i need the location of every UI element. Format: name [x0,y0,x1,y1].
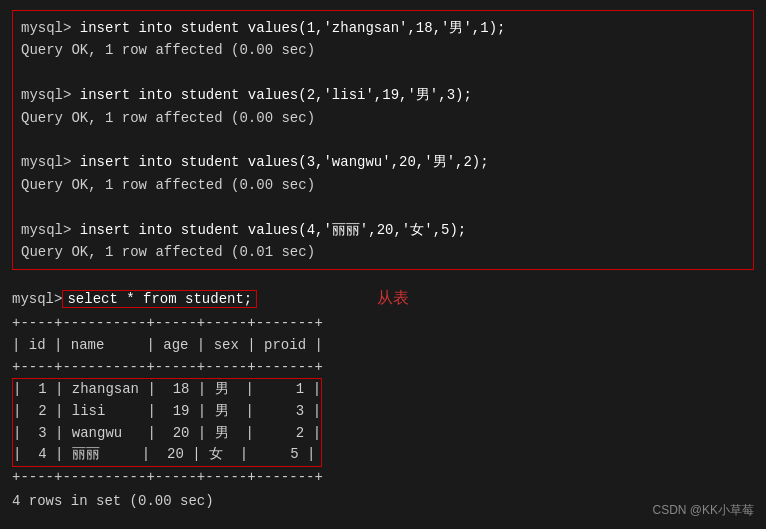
result-1: Query OK, 1 row affected (0.00 sec) [21,39,745,61]
table-row-2: | 2 | lisi | 19 | 男 | 3 | [13,401,321,423]
watermark: CSDN @KK小草莓 [652,502,754,519]
prompt-1: mysql> [21,20,80,36]
terminal: mysql> insert into student values(1,'zha… [0,0,766,529]
result-3: Query OK, 1 row affected (0.00 sec) [21,174,745,196]
cmd-4: insert into student values(4,'丽丽',20,'女'… [80,222,466,238]
table-data-block: | 1 | zhangsan | 18 | 男 | 1 | | 2 | lisi… [12,378,322,467]
prompt-2: mysql> [21,87,80,103]
insert-line-4: mysql> insert into student values(4,'丽丽'… [21,219,745,241]
cmd-1: insert into student values(1,'zhangsan',… [80,20,506,36]
prompt-4: mysql> [21,222,80,238]
select-cmd: select * from student; [62,290,257,308]
select-line: mysql> select * from student; 从表 [12,288,754,309]
table-border-bot: +----+----------+-----+-----+-------+ [12,467,754,489]
table-row-3: | 3 | wangwu | 20 | 男 | 2 | [13,423,321,445]
congtable-label: 从表 [377,288,409,309]
table-row-4: | 4 | 丽丽 | 20 | 女 | 5 | [13,444,321,466]
spacer-1 [21,62,745,84]
cmd-2: insert into student values(2,'lisi',19,'… [80,87,472,103]
result-4: Query OK, 1 row affected (0.01 sec) [21,241,745,263]
footer-line: 4 rows in set (0.00 sec) [12,493,754,509]
insert-line-3: mysql> insert into student values(3,'wan… [21,151,745,173]
spacer-2 [21,129,745,151]
insert-line-2: mysql> insert into student values(2,'lis… [21,84,745,106]
spacer-3 [21,196,745,218]
table-border-mid: +----+----------+-----+-----+-------+ [12,357,754,379]
insert-line-1: mysql> insert into student values(1,'zha… [21,17,745,39]
select-prompt: mysql> [12,291,62,307]
result-2: Query OK, 1 row affected (0.00 sec) [21,107,745,129]
cmd-3: insert into student values(3,'wangwu',20… [80,154,489,170]
prompt-3: mysql> [21,154,80,170]
table-border-top: +----+----------+-----+-----+-------+ [12,313,754,335]
table-header: | id | name | age | sex | proid | [12,335,754,357]
table-row-1: | 1 | zhangsan | 18 | 男 | 1 | [13,379,321,401]
insert-block: mysql> insert into student values(1,'zha… [12,10,754,270]
